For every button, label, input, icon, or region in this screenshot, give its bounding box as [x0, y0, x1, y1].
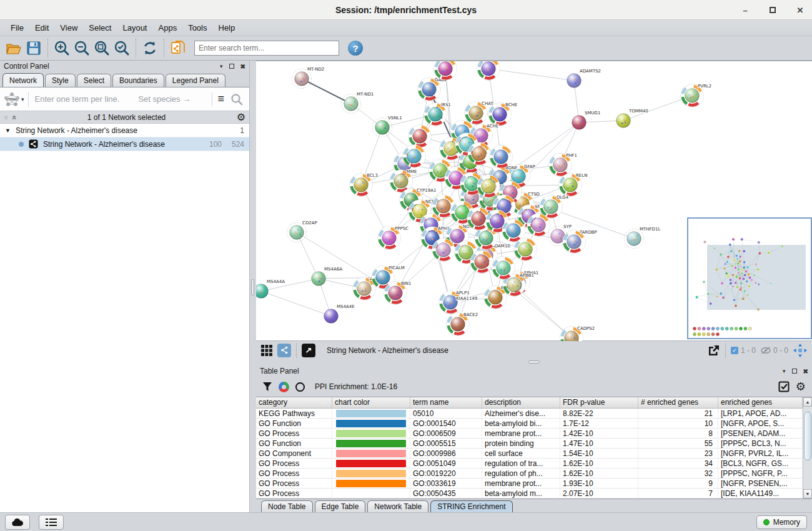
column-header-FDR-p-value[interactable]: FDR p-value — [560, 397, 638, 408]
network-node[interactable] — [403, 145, 425, 167]
menu-item-layout[interactable]: Layout — [117, 21, 152, 34]
filter-icon[interactable] — [262, 382, 272, 392]
close-icon[interactable]: ✕ — [795, 4, 806, 16]
help-icon[interactable]: ? — [348, 41, 363, 56]
panel-splitter-vertical[interactable] — [250, 61, 256, 512]
table-row[interactable]: GO FunctionGO:0005515protein binding1.47… — [256, 439, 803, 449]
enrichment-chart-icon[interactable] — [279, 382, 289, 392]
zoom-out-icon[interactable] — [72, 38, 92, 58]
network-node-TARDBP[interactable]: TARDBP — [563, 230, 597, 253]
network-node-PHF1[interactable]: PHF1 — [549, 153, 577, 176]
network-node-BCL3[interactable]: BCL3 — [350, 173, 378, 196]
tab-node-table[interactable]: Node Table — [261, 500, 313, 512]
tree-expand-icon[interactable]: ▼ — [5, 127, 11, 134]
network-node[interactable] — [492, 257, 515, 279]
network-node-RELN[interactable]: RELN — [559, 173, 588, 196]
detach-view-icon[interactable]: ↗ — [302, 344, 315, 357]
refresh-icon[interactable] — [140, 38, 160, 58]
network-node-CD2AP[interactable]: CD2AP — [287, 221, 317, 242]
network-node[interactable] — [432, 239, 455, 261]
network-node-MT-ND2[interactable]: MT-ND2 — [292, 67, 325, 89]
zoom-selected-icon[interactable] — [112, 38, 132, 58]
search-input[interactable] — [194, 41, 339, 56]
tab-edge-table[interactable]: Edge Table — [315, 500, 366, 512]
network-node-TOMM40[interactable]: TOMM40 — [616, 109, 648, 127]
scroll-up-icon[interactable]: ▲ — [803, 397, 812, 407]
string-options-icon[interactable]: ≡ — [217, 92, 224, 106]
column-header-category[interactable]: category — [256, 397, 332, 408]
panel-splitter-horizontal[interactable] — [256, 359, 812, 365]
memory-button[interactable]: Memory — [756, 515, 807, 529]
task-history-button[interactable] — [39, 515, 64, 530]
column-header-enriched-genes[interactable]: enriched genes — [718, 397, 803, 408]
zoom-in-icon[interactable] — [52, 38, 72, 58]
network-node-BACE2[interactable]: BACE2 — [447, 312, 478, 335]
tab-legend-panel[interactable]: Legend Panel — [166, 74, 225, 87]
minimize-icon[interactable]: – — [740, 4, 751, 16]
string-protein-query-selector[interactable]: STRING ▾ — [4, 92, 29, 107]
birds-eye-view[interactable] — [687, 217, 812, 339]
network-node-PVRL2[interactable]: PVRL2 — [681, 84, 711, 107]
string-search-icon[interactable] — [230, 93, 243, 106]
column-header-description[interactable]: description — [482, 397, 560, 408]
network-node-SMUG1[interactable]: SMUG1 — [572, 111, 601, 129]
splitter-grip[interactable] — [528, 360, 540, 364]
network-node[interactable] — [477, 175, 500, 197]
tab-select[interactable]: Select — [77, 74, 111, 87]
menu-item-help[interactable]: Help — [213, 21, 241, 34]
table-settings-gear-icon[interactable]: ⚙ — [796, 380, 806, 394]
table-row[interactable]: GO ProcessGO:0050435beta-amyloid m...2.0… — [256, 489, 803, 499]
panel-maximize-icon[interactable] — [229, 64, 234, 69]
panel-close-icon[interactable]: ✖ — [803, 368, 808, 375]
expand-all-icon[interactable]: « — [11, 115, 17, 119]
network-node[interactable] — [470, 251, 493, 273]
menu-item-tools[interactable]: Tools — [182, 21, 212, 34]
string-term-input[interactable]: Enter one term per line. Set species → — [29, 94, 212, 104]
scrollbar-thumb[interactable] — [804, 412, 811, 460]
table-row[interactable]: GO FunctionGO:0001540beta-amyloid bi...1… — [256, 419, 803, 429]
menu-item-edit[interactable]: Edit — [29, 21, 54, 34]
network-node[interactable] — [455, 241, 477, 264]
network-node[interactable] — [514, 238, 537, 261]
table-row[interactable]: GO ComponentGO:0009986cell surface1.54E-… — [256, 449, 803, 459]
cloud-button[interactable] — [5, 515, 30, 530]
network-node-MT-ND1[interactable]: MT-ND1 — [342, 92, 374, 114]
network-node-VSNL1[interactable]: VSNL1 — [373, 116, 402, 137]
tab-network-table[interactable]: Network Table — [367, 500, 428, 512]
panel-maximize-icon[interactable] — [792, 369, 797, 374]
panel-close-icon[interactable]: ✖ — [240, 63, 245, 70]
panel-float-icon[interactable]: ▾ — [220, 63, 223, 69]
remove-chart-icon[interactable] — [295, 382, 305, 392]
network-node[interactable] — [527, 214, 550, 236]
network-node-PPP5C[interactable]: PPP5C — [378, 226, 408, 249]
network-node-MTHFD1L[interactable]: MTHFD1L — [625, 227, 661, 249]
network-node-BIN1[interactable]: BIN1 — [384, 281, 412, 304]
column-header-chart-color[interactable]: chart color — [332, 397, 410, 408]
table-row[interactable]: GO ProcessGO:0019220regulation of ph...1… — [256, 469, 803, 479]
tab-string-enrichment[interactable]: STRING Enrichment — [430, 500, 512, 512]
network-node-DLG4[interactable]: DLG4 — [540, 195, 569, 218]
maximize-icon[interactable] — [767, 4, 778, 16]
network-from-file-icon[interactable] — [168, 38, 188, 58]
network-node-MS4A4A[interactable]: MS4A4A — [256, 279, 285, 298]
scroll-down-icon[interactable]: ▼ — [803, 489, 812, 499]
open-folder-icon[interactable] — [4, 38, 24, 58]
export-network-icon[interactable] — [706, 344, 720, 357]
column-header-term-name[interactable]: term name — [410, 397, 482, 408]
tab-style[interactable]: Style — [45, 74, 76, 87]
table-row[interactable]: KEGG Pathways05010Alzheimer's dise...8.8… — [256, 409, 803, 419]
network-node[interactable] — [477, 61, 500, 80]
share-network-icon[interactable] — [277, 344, 291, 357]
network-node-BCHE[interactable]: BCHE — [488, 102, 517, 126]
collapse-all-icon[interactable]: » — [3, 115, 9, 119]
gear-icon[interactable]: ⚙ — [237, 111, 245, 123]
network-node[interactable] — [408, 125, 431, 147]
network-node-MS4A4E[interactable]: MS4A4E — [324, 304, 355, 323]
pan-compass-icon[interactable] — [793, 344, 807, 357]
zoom-fit-icon[interactable] — [92, 38, 112, 58]
network-node-ADAMTS2[interactable]: ADAMTS2 — [567, 69, 601, 87]
table-row[interactable]: GO ProcessGO:0051049regulation of tra...… — [256, 459, 803, 469]
table-row[interactable]: GO ProcessGO:0033619membrane prot...1.93… — [256, 479, 803, 489]
column-header--enriched-genes[interactable]: # enriched genes — [638, 397, 718, 408]
network-node-CADPS2[interactable]: CADPS2 — [560, 326, 595, 341]
